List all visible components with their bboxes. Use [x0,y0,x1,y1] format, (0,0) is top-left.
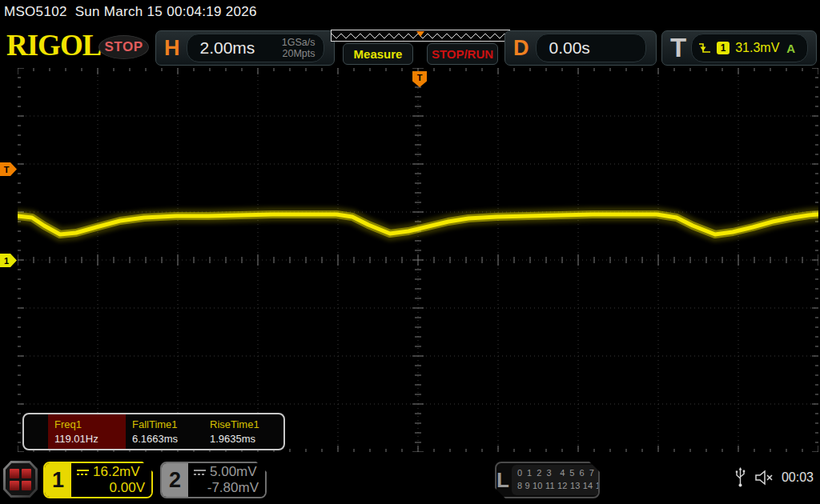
header-bar: RIGOL STOP H 2.00ms 1GSa/s 20Mpts Measur… [0,24,820,68]
trigger-inset: 1 31.3mV A [691,34,808,62]
window-title: MSO5102 Sun March 15 00:04:19 2026 [0,0,820,24]
channel2-offset: -7.80mV [194,480,259,496]
falling-edge-icon [698,42,711,54]
grid-icon [6,463,35,495]
menu-grid-button[interactable] [3,461,38,498]
logic-channels-block[interactable]: L 0 1 2 3 4 5 6 7 8 9 10 11 12 13 14 15 [495,462,600,498]
acquisition-info: 1GSa/s 20Mpts [282,37,316,60]
uptime-clock: 00:03 [782,470,814,485]
run-state-indicator: STOP [98,35,149,59]
rigol-logo: RIGOL [6,30,101,60]
trigger-level-marker[interactable]: T [0,162,17,176]
oscilloscope-screen: MSO5102 Sun March 15 00:04:19 2026 RIGOL… [0,0,820,504]
measurement-value: 1.9635ms [210,433,281,445]
graticule-area[interactable] [18,68,818,452]
measurement-label: Freq1 [54,418,126,430]
dc-coupling-icon [194,469,206,476]
trigger-mode: A [786,42,795,55]
sample-rate: 1GSa/s [282,37,316,48]
measurement-item-freq[interactable]: Freq1 119.01Hz [48,414,126,449]
preview-trigger-position-icon[interactable] [416,31,424,37]
measurement-item-risetime[interactable]: RiseTime1 1.9635ms [203,414,281,449]
timebase-value: 2.00ms [200,38,255,58]
trigger-level-value: 31.3mV [735,41,779,55]
waveform-preview-strip[interactable] [331,30,510,42]
delay-inset: 0.00s [536,34,646,62]
measurement-panel: Freq1 119.01Hz FallTime1 6.1663ms RiseTi… [22,413,285,450]
trigger-source-badge: 1 [717,42,730,54]
run-stop-button[interactable]: STOP/RUN [427,43,498,65]
measurement-item-falltime[interactable]: FallTime1 6.1663ms [126,414,203,449]
memory-depth: 20Mpts [283,48,316,59]
channel2-scale: 5.00mV [210,464,257,480]
logic-label: L [496,463,509,497]
channel2-block[interactable]: 2 5.00mV -7.80mV [160,462,267,498]
channel2-number: 2 [162,463,188,497]
delay-label: D [505,36,536,61]
usb-icon [734,467,746,488]
channel1-offset: 0.00V [77,480,145,496]
logic-row1: 0 1 2 3 4 5 6 7 [517,467,600,480]
channel-status-bar: 1 16.2mV 0.00V 2 [0,456,820,504]
delay-settings-block[interactable]: D 0.00s [504,30,657,66]
channel1-scale: 16.2mV [93,464,140,480]
channel1-offset-marker[interactable]: 1 [0,254,17,267]
dc-coupling-icon [77,469,89,476]
trigger-settings-block[interactable]: T 1 31.3mV A [661,30,817,66]
trigger-label: T [662,33,691,63]
measurement-label: RiseTime1 [210,418,281,430]
speaker-muted-icon[interactable] [754,469,774,486]
measurement-label: FallTime1 [132,418,203,430]
waveform-display [18,68,818,452]
logic-channel-numbers: 0 1 2 3 4 5 6 7 8 9 10 11 12 13 14 15 [512,465,600,495]
delay-value: 0.00s [549,38,590,58]
horizontal-settings-block[interactable]: H 2.00ms 1GSa/s 20Mpts [155,30,335,66]
logic-row2: 8 9 10 11 12 13 14 15 [517,480,600,493]
channel1-block[interactable]: 1 16.2mV 0.00V [43,462,153,498]
horizontal-label: H [156,36,187,61]
measure-button[interactable]: Measure [343,43,413,65]
timebase-inset: 2.00ms 1GSa/s 20Mpts [187,34,324,62]
channel1-number: 1 [45,463,71,497]
measurement-value: 6.1663ms [132,433,203,445]
measurement-value: 119.01Hz [54,433,126,445]
